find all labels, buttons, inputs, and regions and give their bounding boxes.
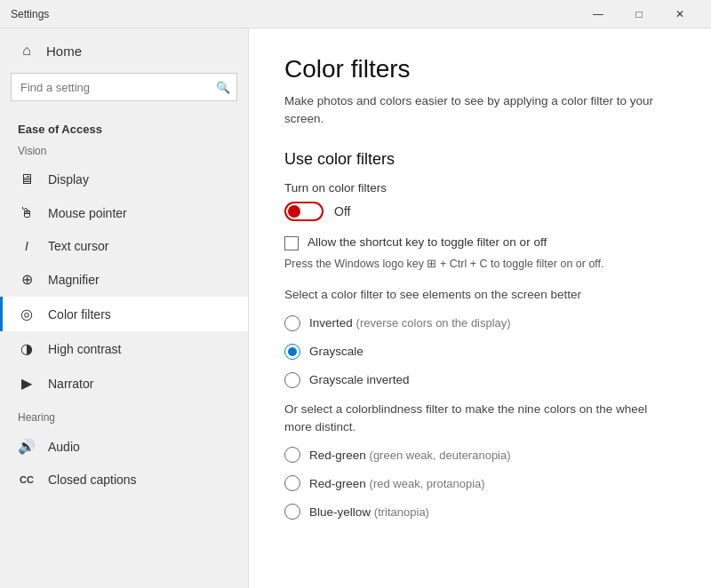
radio-red-green-red-label: Red-green (red weak, protanopia) [309, 477, 485, 490]
hearing-label: Hearing [0, 401, 248, 429]
radio-grayscale-inverted[interactable]: Grayscale inverted [284, 372, 675, 388]
sidebar-item-audio[interactable]: 🔊 Audio [0, 429, 248, 464]
sidebar-search: 🔍 [11, 73, 237, 101]
mouse-pointer-label: Mouse pointer [48, 206, 127, 220]
radio-inverted-circle[interactable] [284, 315, 300, 331]
narrator-label: Narrator [48, 377, 93, 391]
color-filters-icon: ◎ [18, 306, 36, 322]
shortcut-checkbox[interactable] [284, 236, 299, 250]
radio-grayscale-label: Grayscale [309, 345, 363, 358]
sidebar-home-button[interactable]: ⌂ Home [0, 28, 248, 73]
sidebar-item-color-filters[interactable]: ◎ Color filters [0, 297, 248, 331]
page-description: Make photos and colors easier to see by … [284, 92, 675, 129]
home-label: Home [46, 44, 82, 59]
radio-red-green-red[interactable]: Red-green (red weak, protanopia) [284, 475, 675, 491]
shortcut-hint: Press the Windows logo key ⊞ + Ctrl + C … [284, 256, 675, 273]
sidebar-item-text-cursor[interactable]: I Text cursor [0, 230, 248, 262]
radio-blue-yellow-label: Blue-yellow (tritanopia) [309, 505, 429, 519]
toggle-row: Off [284, 202, 675, 221]
shortcut-checkbox-row: Allow the shortcut key to toggle filter … [284, 235, 675, 250]
radio-red-green-red-circle[interactable] [284, 475, 300, 491]
display-label: Display [48, 172, 89, 187]
text-cursor-label: Text cursor [48, 239, 108, 253]
narrator-icon: ▶ [18, 375, 36, 392]
radio-inverted-label: Inverted (reverse colors on the display) [309, 316, 511, 330]
search-input[interactable] [11, 73, 237, 101]
radio-grayscale-inverted-label: Grayscale inverted [309, 373, 410, 386]
sidebar: ⌂ Home 🔍 Ease of Access Vision 🖥 Display… [0, 28, 249, 588]
toggle-label: Turn on color filters [284, 181, 675, 195]
close-button[interactable]: ✕ [659, 0, 700, 28]
vision-label: Vision [0, 141, 248, 163]
radio-inverted[interactable]: Inverted (reverse colors on the display) [284, 315, 675, 331]
radio-red-green-weak-label: Red-green (green weak, deuteranopia) [309, 449, 511, 462]
magnifier-label: Magnifier [48, 273, 100, 287]
sidebar-item-narrator[interactable]: ▶ Narrator [0, 366, 248, 401]
display-icon: 🖥 [18, 171, 36, 187]
title-bar-controls: — □ ✕ [578, 0, 700, 28]
app-body: ⌂ Home 🔍 Ease of Access Vision 🖥 Display… [0, 28, 711, 588]
home-icon: ⌂ [18, 43, 36, 59]
radio-grayscale[interactable]: Grayscale [284, 344, 675, 360]
radio-grayscale-circle[interactable] [284, 344, 300, 360]
page-title: Color filters [284, 55, 675, 83]
radio-grayscale-inner [288, 347, 297, 356]
color-filters-toggle[interactable] [284, 202, 324, 221]
select-filter-desc: Select a color filter to see elements on… [284, 286, 675, 304]
sidebar-item-closed-captions[interactable]: CC Closed captions [0, 464, 248, 496]
ease-of-access-label: Ease of Access [0, 112, 248, 141]
high-contrast-icon: ◑ [18, 340, 36, 357]
toggle-knob [288, 205, 300, 218]
colorblind-desc: Or select a colorblindness filter to mak… [284, 401, 675, 437]
closed-captions-label: Closed captions [48, 473, 137, 487]
minimize-button[interactable]: — [578, 0, 619, 28]
high-contrast-label: High contrast [48, 342, 121, 356]
shortcut-checkbox-label: Allow the shortcut key to toggle filter … [308, 235, 547, 249]
toggle-state-label: Off [334, 204, 350, 219]
radio-blue-yellow-circle[interactable] [284, 504, 300, 520]
magnifier-icon: ⊕ [18, 271, 36, 288]
sidebar-item-display[interactable]: 🖥 Display [0, 163, 248, 196]
radio-grayscale-inverted-circle[interactable] [284, 372, 300, 388]
text-cursor-icon: I [18, 239, 36, 253]
main-content: Color filters Make photos and colors eas… [249, 28, 711, 588]
radio-red-green-weak[interactable]: Red-green (green weak, deuteranopia) [284, 447, 675, 463]
sidebar-item-high-contrast[interactable]: ◑ High contrast [0, 331, 248, 366]
closed-captions-icon: CC [18, 474, 36, 485]
color-filters-label: Color filters [48, 307, 111, 322]
search-icon: 🔍 [216, 81, 230, 94]
audio-label: Audio [48, 440, 80, 454]
audio-icon: 🔊 [18, 438, 36, 455]
sidebar-item-magnifier[interactable]: ⊕ Magnifier [0, 262, 248, 297]
title-bar: Settings — □ ✕ [0, 0, 711, 28]
sidebar-item-mouse-pointer[interactable]: 🖱 Mouse pointer [0, 196, 248, 230]
title-bar-title: Settings [11, 8, 49, 20]
use-color-filters-heading: Use color filters [284, 150, 675, 169]
radio-red-green-weak-circle[interactable] [284, 447, 300, 463]
radio-blue-yellow[interactable]: Blue-yellow (tritanopia) [284, 504, 675, 520]
maximize-button[interactable]: □ [619, 0, 659, 28]
mouse-pointer-icon: 🖱 [18, 205, 36, 221]
